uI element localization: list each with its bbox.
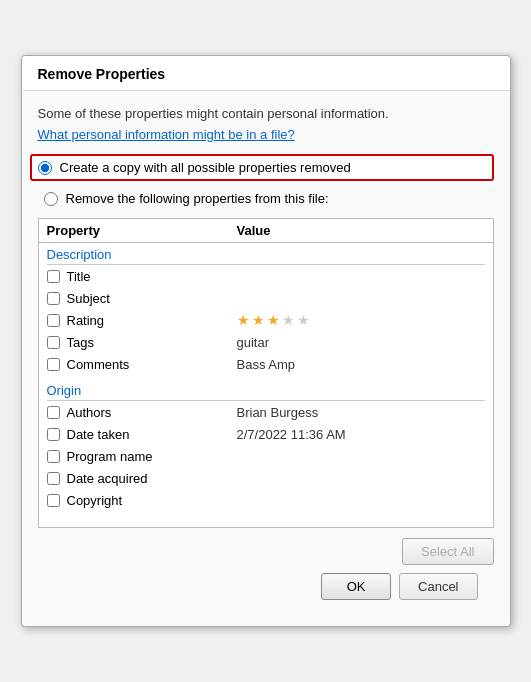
prop-name-tags: Tags: [67, 335, 237, 350]
radio-copy-label: Create a copy with all possible properti…: [60, 160, 351, 175]
prop-name-subject: Subject: [67, 291, 237, 306]
check-copyright[interactable]: [47, 494, 67, 507]
table-row[interactable]: Subject: [39, 287, 493, 309]
rating-stars: ★ ★ ★ ★ ★: [237, 312, 485, 328]
prop-value-authors: Brian Burgess: [237, 405, 485, 420]
prop-name-date-acquired: Date acquired: [67, 471, 237, 486]
checkbox-authors[interactable]: [47, 406, 60, 419]
button-row: OK Cancel: [38, 569, 494, 614]
check-comments[interactable]: [47, 358, 67, 371]
prop-value-tags: guitar: [237, 335, 485, 350]
check-program-name[interactable]: [47, 450, 67, 463]
checkbox-rating[interactable]: [47, 314, 60, 327]
section-description: Description: [39, 243, 493, 264]
table-row[interactable]: Comments Bass Amp: [39, 353, 493, 375]
star-5: ★: [297, 312, 310, 328]
table-header: Property Value: [39, 219, 493, 243]
table-row[interactable]: Copyright: [39, 489, 493, 511]
checkbox-tags[interactable]: [47, 336, 60, 349]
cancel-button[interactable]: Cancel: [399, 573, 477, 600]
section-origin: Origin: [39, 379, 493, 400]
prop-value-date-taken: 2/7/2022 11:36 AM: [237, 427, 485, 442]
property-table[interactable]: Property Value Description Title Subject: [38, 218, 494, 528]
personal-info-link[interactable]: What personal information might be in a …: [38, 127, 295, 142]
checkbox-subject[interactable]: [47, 292, 60, 305]
prop-name-comments: Comments: [67, 357, 237, 372]
property-table-wrapper: Property Value Description Title Subject: [38, 218, 494, 528]
star-4: ★: [282, 312, 295, 328]
table-row[interactable]: Tags guitar: [39, 331, 493, 353]
col-value-header: Value: [237, 223, 485, 238]
dialog-title: Remove Properties: [38, 66, 166, 82]
star-3: ★: [267, 312, 280, 328]
check-date-taken[interactable]: [47, 428, 67, 441]
checkbox-copyright[interactable]: [47, 494, 60, 507]
prop-name-program-name: Program name: [67, 449, 237, 464]
table-row[interactable]: Title: [39, 265, 493, 287]
check-rating[interactable]: [47, 314, 67, 327]
prop-name-copyright: Copyright: [67, 493, 237, 508]
table-row[interactable]: Authors Brian Burgess: [39, 401, 493, 423]
dialog-body: Some of these properties might contain p…: [22, 91, 510, 626]
prop-value-rating: ★ ★ ★ ★ ★: [237, 312, 485, 328]
info-text: Some of these properties might contain p…: [38, 105, 494, 123]
radio-copy-option[interactable]: Create a copy with all possible properti…: [30, 154, 494, 181]
check-tags[interactable]: [47, 336, 67, 349]
select-all-button[interactable]: Select All: [402, 538, 493, 565]
prop-name-rating: Rating: [67, 313, 237, 328]
check-subject[interactable]: [47, 292, 67, 305]
table-row[interactable]: Date taken 2/7/2022 11:36 AM: [39, 423, 493, 445]
select-all-area: Select All: [38, 538, 494, 569]
check-date-acquired[interactable]: [47, 472, 67, 485]
star-1: ★: [237, 312, 250, 328]
remove-properties-dialog: Remove Properties Some of these properti…: [21, 55, 511, 627]
checkbox-comments[interactable]: [47, 358, 60, 371]
radio-remove-input[interactable]: [44, 192, 58, 206]
checkbox-date-taken[interactable]: [47, 428, 60, 441]
prop-value-comments: Bass Amp: [237, 357, 485, 372]
checkbox-date-acquired[interactable]: [47, 472, 60, 485]
prop-name-title: Title: [67, 269, 237, 284]
radio-copy-input[interactable]: [38, 161, 52, 175]
radio-remove-option[interactable]: Remove the following properties from thi…: [38, 187, 494, 210]
checkbox-title[interactable]: [47, 270, 60, 283]
table-row[interactable]: Date acquired: [39, 467, 493, 489]
radio-remove-label: Remove the following properties from thi…: [66, 191, 329, 206]
star-2: ★: [252, 312, 265, 328]
ok-button[interactable]: OK: [321, 573, 391, 600]
checkbox-program-name[interactable]: [47, 450, 60, 463]
prop-name-authors: Authors: [67, 405, 237, 420]
table-row[interactable]: Rating ★ ★ ★ ★ ★: [39, 309, 493, 331]
prop-name-date-taken: Date taken: [67, 427, 237, 442]
col-property-header: Property: [47, 223, 237, 238]
check-title[interactable]: [47, 270, 67, 283]
table-row[interactable]: Program name: [39, 445, 493, 467]
check-authors[interactable]: [47, 406, 67, 419]
title-bar: Remove Properties: [22, 56, 510, 91]
